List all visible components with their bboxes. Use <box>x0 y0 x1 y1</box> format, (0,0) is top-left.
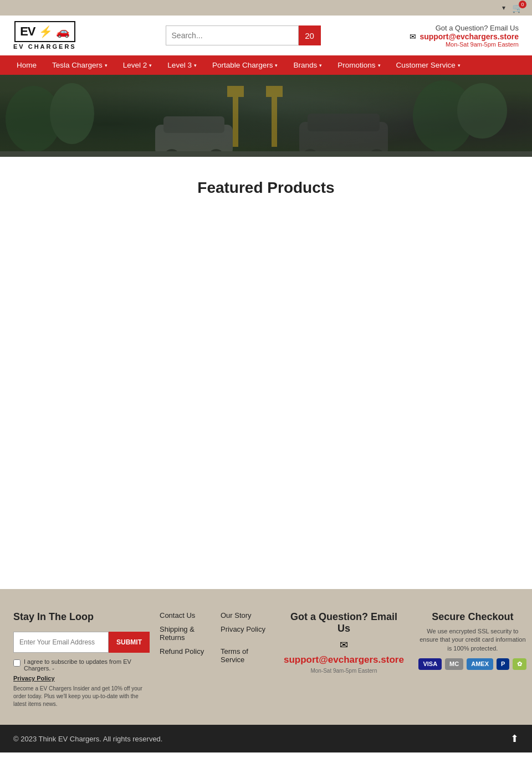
nav-level2-label: Level 2 <box>123 61 147 69</box>
footer-contact-title: Got a Question? Email Us <box>284 611 404 634</box>
svg-rect-13 <box>308 114 380 131</box>
footer-secure-title: Secure Checkout <box>417 611 528 623</box>
language-dropdown[interactable]: ▾ <box>502 4 505 12</box>
insider-text: Become a EV Chargers Insider and get 10%… <box>13 685 146 708</box>
nav-level3-chevron-icon: ▾ <box>194 63 197 68</box>
footer-envelope-icon: ✉ <box>284 639 404 651</box>
logo-ev-text: EV <box>20 24 35 39</box>
footer-contact-col: Got a Question? Email Us ✉ support@evcha… <box>284 611 404 708</box>
featured-title: Featured Products <box>13 179 519 197</box>
footer-secure-text: We use encrypted SSL security to ensure … <box>417 627 528 653</box>
contact-question-text: Got a Question? Email Us <box>410 24 519 32</box>
nav-brands-label: Brands <box>293 61 317 69</box>
nav-promotions-label: Promotions <box>337 61 375 69</box>
nav-level2[interactable]: Level 2 ▾ <box>115 55 160 75</box>
nav-customer-service-label: Customer Service <box>396 61 456 69</box>
contact-email-link[interactable]: support@evchargers.store <box>420 32 519 41</box>
footer-contact-us-link[interactable]: Contact Us <box>160 611 209 619</box>
nav-promotions-chevron-icon: ▾ <box>378 63 381 68</box>
subscribe-checkbox[interactable] <box>13 659 21 667</box>
header: EV ⚡ 🚗 EV CHARGERS 20 Got a Question? Em… <box>0 16 532 55</box>
nav-customer-service-chevron-icon: ▾ <box>458 63 461 68</box>
footer-top: Stay In The Loop SUBMIT I agree to subsc… <box>0 589 532 725</box>
logo[interactable]: EV ⚡ 🚗 EV CHARGERS <box>13 21 76 50</box>
svg-rect-16 <box>0 151 532 157</box>
newsletter-email-input[interactable] <box>13 632 109 653</box>
header-contact: Got a Question? Email Us ✉ support@evcha… <box>410 24 519 48</box>
amex-icon: AMEX <box>467 658 493 670</box>
nav-tesla-chargers-label: Tesla Chargers <box>52 61 103 69</box>
nav-home-label: Home <box>17 61 37 69</box>
footer-refund-policy-link[interactable]: Refund Policy <box>160 647 209 664</box>
nav-promotions[interactable]: Promotions ▾ <box>330 55 388 75</box>
hero-illustration <box>0 75 532 157</box>
footer-bottom: © 2023 Think EV Chargers. All rights res… <box>0 725 532 752</box>
footer-newsletter-col: Stay In The Loop SUBMIT I agree to subsc… <box>13 611 146 708</box>
nav-level3-label: Level 3 <box>167 61 192 69</box>
svg-point-1 <box>50 83 94 144</box>
logo-subtitle: EV CHARGERS <box>13 43 76 50</box>
svg-rect-7 <box>227 86 244 97</box>
newsletter-title: Stay In The Loop <box>13 611 146 623</box>
dropdown-chevron: ▾ <box>502 4 505 12</box>
footer-our-story-link[interactable]: Our Story <box>221 611 270 619</box>
contact-email-line: ✉ support@evchargers.store <box>410 32 519 41</box>
footer-terms-link[interactable]: Terms of Service <box>221 647 270 664</box>
top-bar: ▾ 🛒 0 <box>0 0 532 16</box>
contact-hours: Mon-Sat 9am-5pm Eastern <box>410 41 519 48</box>
svg-point-3 <box>457 83 507 139</box>
cart-count-badge: 0 <box>519 1 526 8</box>
hero-banner <box>0 75 532 157</box>
mastercard-icon: MC <box>445 658 463 670</box>
nav-portable-chargers-label: Portable Chargers <box>212 61 273 69</box>
newsletter-submit-button[interactable]: SUBMIT <box>109 632 150 653</box>
footer-links-col1: Contact Us Our Story Shipping & Returns … <box>160 611 270 708</box>
footer-privacy-link[interactable]: Privacy Policy <box>13 675 146 682</box>
search-button[interactable]: 20 <box>299 25 321 45</box>
nav-portable-chargers[interactable]: Portable Chargers ▾ <box>204 55 286 75</box>
nav-level2-chevron-icon: ▾ <box>149 63 152 68</box>
nav-customer-service[interactable]: Customer Service ▾ <box>388 55 468 75</box>
footer-shipping-returns-link[interactable]: Shipping & Returns <box>160 625 209 642</box>
logo-lightning-icon: ⚡ <box>39 25 53 38</box>
logo-box: EV ⚡ 🚗 <box>14 21 75 42</box>
featured-section: Featured Products <box>0 157 532 589</box>
nav-tesla-chevron-icon: ▾ <box>105 63 108 68</box>
search-area: 20 <box>166 25 321 45</box>
cart-button[interactable]: 🛒 0 <box>512 3 523 13</box>
nav-brands-chevron-icon: ▾ <box>319 63 322 68</box>
shopify-icon: ✿ <box>513 658 526 670</box>
footer-email-link[interactable]: support@evchargers.store <box>284 654 404 665</box>
nav-level3[interactable]: Level 3 ▾ <box>160 55 204 75</box>
svg-rect-9 <box>163 116 224 133</box>
payment-icons: VISA MC AMEX P ✿ <box>417 658 528 670</box>
nav-home[interactable]: Home <box>9 55 44 75</box>
nav-tesla-chargers[interactable]: Tesla Chargers ▾ <box>44 55 115 75</box>
paypal-icon: P <box>497 658 509 670</box>
copyright-text: © 2023 Think EV Chargers. All rights res… <box>13 735 162 743</box>
footer-secure-col: Secure Checkout We use encrypted SSL sec… <box>417 611 528 708</box>
subscribe-checkbox-label: I agree to subscribe to updates from EV … <box>24 658 146 672</box>
footer-privacy-policy-link[interactable]: Privacy Policy <box>221 625 270 642</box>
envelope-icon: ✉ <box>410 32 416 41</box>
email-input-wrap: SUBMIT <box>13 632 146 653</box>
footer-bottom-icon: ⬆ <box>510 733 519 745</box>
nav-portable-chevron-icon: ▾ <box>275 63 278 68</box>
subscribe-checkbox-line: I agree to subscribe to updates from EV … <box>13 658 146 672</box>
svg-rect-6 <box>266 86 283 97</box>
nav-brands[interactable]: Brands ▾ <box>285 55 330 75</box>
search-input[interactable] <box>166 25 299 45</box>
main-nav: Home Tesla Chargers ▾ Level 2 ▾ Level 3 … <box>0 55 532 75</box>
logo-truck-icon: 🚗 <box>56 25 70 38</box>
footer-contact-hours: Mon-Sat 9am-5pm Eastern <box>284 668 404 674</box>
visa-icon: VISA <box>418 658 442 670</box>
